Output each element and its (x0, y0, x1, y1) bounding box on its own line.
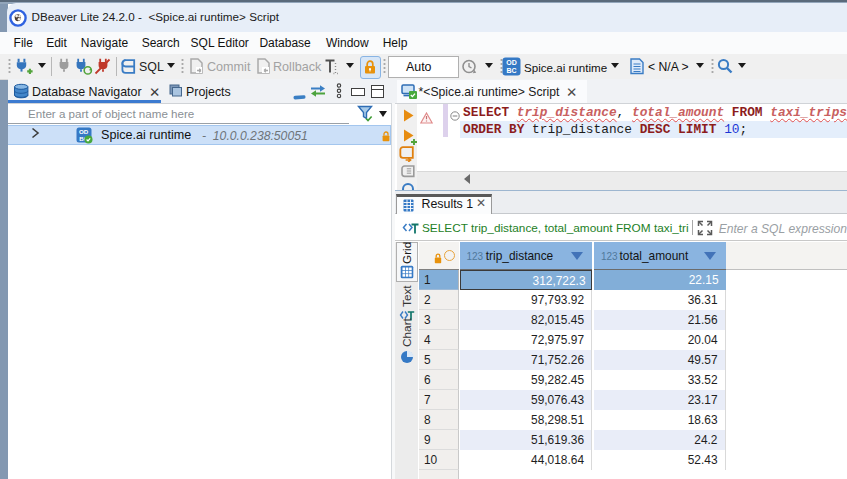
svg-text:OD: OD (506, 59, 517, 66)
svg-text:BC: BC (506, 67, 516, 74)
